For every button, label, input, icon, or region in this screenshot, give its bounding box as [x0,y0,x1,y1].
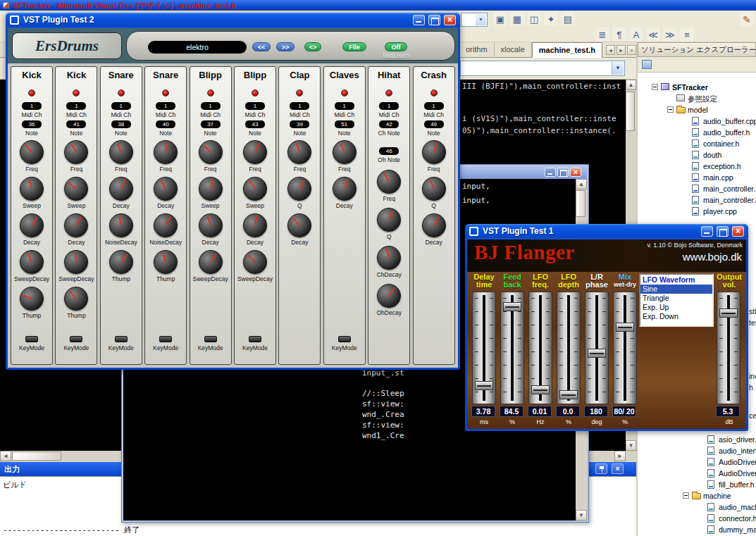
fader-track[interactable] [585,292,609,404]
file-button[interactable]: File [342,42,366,51]
expand-minus-icon[interactable] [683,492,689,499]
maximize-button[interactable] [428,15,440,25]
expand-minus-icon[interactable] [652,84,658,90]
tab-xlocale[interactable]: xlocale [495,42,532,58]
fader-track[interactable] [613,292,637,404]
lines-icon[interactable]: ≡ [680,27,694,42]
vst1-titlebar[interactable]: VST Plugin Test 1 [465,224,748,239]
knob-ohdecay[interactable] [377,284,401,308]
list-icon[interactable]: ≣ [595,27,609,42]
tree-item[interactable]: audio_buffer.h [638,127,756,138]
minimize-button[interactable] [413,15,425,25]
pin-icon[interactable] [595,463,607,474]
scrollbar-thumb[interactable] [626,92,635,131]
tree-item[interactable]: AudioDriver... [638,468,756,479]
tab-close-icon[interactable]: × [627,45,636,55]
pen-icon[interactable]: ✎ [740,12,754,26]
tree-item[interactable]: AudioDriver... [638,456,756,468]
knob-decay[interactable] [20,213,44,237]
scroll-down-icon[interactable]: ▼ [576,510,587,521]
fader-handle[interactable] [719,308,738,318]
waveform-option-sine[interactable]: Sine [640,285,712,294]
knob-thump[interactable] [109,250,133,274]
tree-item[interactable]: container.h [638,138,756,149]
knob-decay[interactable] [64,213,88,237]
knob-sweep[interactable] [199,177,223,201]
properties-icon[interactable] [642,60,652,69]
maximize-button[interactable] [557,168,569,177]
knob-freq[interactable] [422,140,446,164]
knob-freq[interactable] [199,140,223,164]
knob-decay[interactable] [154,177,178,201]
knob-sweep[interactable] [20,177,44,201]
fader-handle[interactable] [616,323,634,332]
keymode-button[interactable] [204,336,217,342]
toolbar-combo[interactable]: ▼ [461,13,488,27]
scroll-up-icon[interactable]: ▲ [576,179,587,189]
expand-minus-icon[interactable] [667,106,674,113]
tree-item[interactable]: player.cpp [638,206,756,217]
knob-decay[interactable] [243,213,267,237]
next-preset-button[interactable]: >> [276,42,295,51]
knob-decay[interactable] [422,213,446,237]
tree-item[interactable]: model [638,104,756,116]
knob-noisedecay[interactable] [109,213,133,237]
fader-handle[interactable] [475,381,493,390]
knob-q[interactable] [287,177,311,201]
knob-freq[interactable] [109,140,133,164]
tree-item[interactable]: dummy_mac... [638,524,756,535]
tree-item[interactable]: machine [638,490,756,501]
font-icon[interactable]: A [629,27,643,42]
scroll-down-icon[interactable]: ▼ [626,440,636,451]
tree-item[interactable]: 参照設定 [638,93,756,104]
scroll-right-icon[interactable]: ► [614,451,626,461]
knob-freq[interactable] [154,140,178,164]
fader-track[interactable] [500,292,524,404]
fader-track[interactable] [717,292,740,404]
fader-track[interactable] [557,292,581,404]
knob-freq[interactable] [377,170,401,194]
window-icon[interactable]: ▣ [493,12,507,26]
output-pane-label[interactable]: ビルド [3,480,27,490]
knob-decay[interactable] [287,213,311,237]
tree-item[interactable]: exception.h [638,161,756,172]
tab-orithm[interactable]: orithm [459,42,495,58]
tab-machine_test-h[interactable]: machine_test.h [532,42,602,58]
tree-item[interactable]: douth [638,149,756,161]
chevron-down-icon[interactable]: ▼ [612,62,624,75]
ide-titlebar[interactable]: SFTracker - Microsoft Visual C++ [デザイン] … [0,0,756,11]
fader-track[interactable] [472,292,496,404]
tree-item[interactable]: main_controller... [638,183,756,194]
knob-freq[interactable] [287,140,311,164]
knob-thump[interactable] [64,287,88,311]
keymode-button[interactable] [70,336,82,342]
sparkle-icon[interactable]: ✦ [544,12,558,26]
knob-decay[interactable] [333,177,357,201]
close-button[interactable] [444,15,456,25]
tree-item[interactable]: main.cpp [638,172,756,183]
indent-icon[interactable]: ≫ [663,27,677,42]
close-button[interactable] [732,226,744,237]
paragraph-icon[interactable]: ¶ [612,27,626,42]
tree-item[interactable]: fill_buffer.h [638,479,756,490]
prev-preset-button[interactable]: << [252,42,271,51]
knob-noisedecay[interactable] [154,213,178,237]
fader-handle[interactable] [559,390,578,399]
knob-sweepdecay[interactable] [243,250,267,274]
tree-item[interactable]: audio_machi... [638,501,756,513]
knob-sweepdecay[interactable] [20,250,44,274]
fader-handle[interactable] [503,302,521,311]
knob-chdecay[interactable] [377,246,401,270]
tree-item[interactable]: SFTracker [638,82,756,93]
fader-track[interactable] [528,292,552,404]
close-button[interactable] [570,168,581,177]
knob-sweep[interactable] [243,177,267,201]
minimize-button[interactable] [545,168,556,177]
scroll-left-icon[interactable]: ◄ [0,451,11,461]
knob-q[interactable] [377,208,401,232]
waveform-option-exp-up[interactable]: Exp. Up [640,303,712,312]
maximize-button[interactable] [717,226,729,237]
vst2-titlebar[interactable]: VST Plugin Test 2 [6,13,460,28]
midi-learn-off-button[interactable]: Off [385,42,407,51]
swap-preset-button[interactable]: <> [304,42,321,51]
